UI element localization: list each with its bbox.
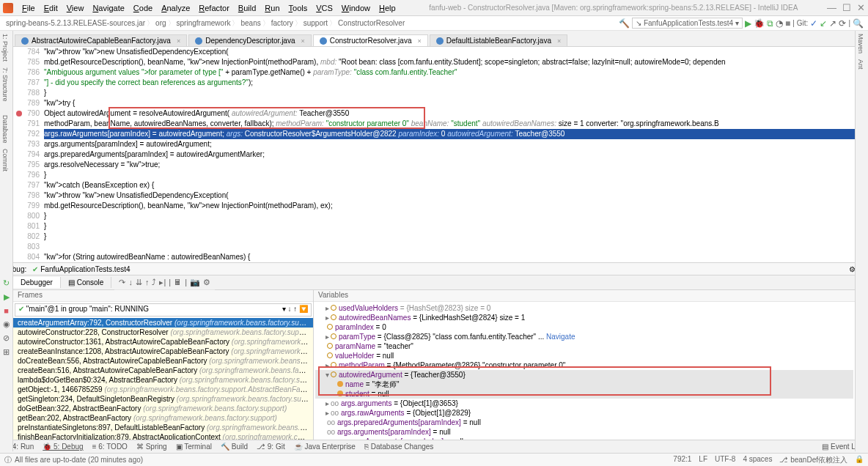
- close-icon[interactable]: ✕: [857, 2, 865, 13]
- menu-edit[interactable]: Edit: [40, 4, 62, 12]
- thread-selector[interactable]: ✔ "main"@1 in group "main": RUNNING ▾ ↓ …: [15, 303, 312, 317]
- tool-tab-java-enterprise[interactable]: ☕ Java Enterprise: [294, 443, 356, 451]
- git-history-icon[interactable]: ⟳: [839, 18, 846, 29]
- variable-row[interactable]: paramIndex = 0: [315, 322, 853, 332]
- tool-tab-git[interactable]: ⎇ 9: Git: [257, 443, 285, 451]
- database-tool[interactable]: Database: [0, 112, 10, 147]
- variable-row[interactable]: ▸usedValueHolders = {HashSet@2823} size …: [315, 303, 853, 313]
- close-tab-icon[interactable]: ×: [177, 37, 180, 45]
- close-tab-icon[interactable]: ×: [301, 37, 304, 45]
- minimize-icon[interactable]: —: [827, 2, 836, 13]
- variable-row[interactable]: valueHolder = null: [315, 351, 853, 360]
- variable-row[interactable]: student = null: [315, 389, 853, 399]
- menu-vcs[interactable]: VCS: [312, 4, 337, 12]
- stack-frame[interactable]: preInstantiateSingletons:897, DefaultLis…: [13, 423, 313, 432]
- variable-row[interactable]: oo args.arguments[paramIndex] = null: [315, 427, 853, 437]
- menu-window[interactable]: Window: [337, 4, 375, 12]
- step-out-icon[interactable]: ↑: [145, 278, 150, 286]
- thread-dump-icon[interactable]: 📷: [190, 278, 200, 287]
- layout-icon[interactable]: ⊞: [3, 347, 10, 357]
- console-tab[interactable]: ▤ Console: [61, 277, 111, 288]
- evaluate-icon[interactable]: 🖩: [174, 278, 182, 286]
- debug-icon[interactable]: 🐞: [754, 18, 765, 29]
- crumb[interactable]: org: [155, 19, 166, 27]
- maven-tool[interactable]: Maven: [856, 31, 866, 56]
- menu-help[interactable]: Help: [375, 4, 400, 12]
- search-icon[interactable]: 🔍: [853, 18, 864, 29]
- project-tool[interactable]: 1: Project: [0, 31, 10, 64]
- editor-tab[interactable]: AbstractAutowireCapableBeanFactory.java×: [15, 34, 187, 46]
- crumb[interactable]: spring-beans-5.2.13.RELEASE-sources.jar: [6, 19, 145, 27]
- run-icon[interactable]: ▶: [745, 18, 751, 29]
- stack-frame[interactable]: createBean:516, AbstractAutowireCapableB…: [13, 366, 313, 375]
- editor-tab[interactable]: DependencyDescriptor.java×: [188, 34, 312, 46]
- git-push-icon[interactable]: ↗: [829, 18, 836, 29]
- caret-position[interactable]: 792:1: [673, 455, 691, 465]
- variable-row[interactable]: ▸methodParam = {MethodParameter@2826} "c…: [315, 360, 853, 370]
- line-separator[interactable]: LF: [699, 455, 707, 465]
- rerun-icon[interactable]: ↻: [3, 278, 10, 288]
- close-tab-icon[interactable]: ×: [557, 37, 561, 45]
- ant-tool[interactable]: Ant: [856, 56, 866, 73]
- lock-icon[interactable]: 🔒: [855, 455, 864, 465]
- crumb[interactable]: factory: [271, 19, 293, 27]
- debugger-tab[interactable]: Debugger: [13, 277, 61, 288]
- variable-row[interactable]: ▾autowiredArgument = {Teacher@3550}: [315, 370, 853, 380]
- variable-row[interactable]: ▸paramType = {Class@2825} "class com.fan…: [315, 332, 853, 341]
- menu-tools[interactable]: Tools: [284, 4, 312, 12]
- crumb[interactable]: ConstructorResolver: [338, 19, 405, 27]
- coverage-icon[interactable]: ⧉: [767, 18, 773, 29]
- menu-analyze[interactable]: Analyze: [157, 4, 194, 12]
- stack-frame[interactable]: getObject:-1, 1466785259 (org.springfram…: [13, 385, 313, 394]
- run-config-selector[interactable]: ↘ FanfuApplicationTests.test4 ▾: [632, 18, 743, 29]
- step-into-icon[interactable]: ↓: [128, 278, 133, 286]
- variable-row[interactable]: paramName = "teacher": [315, 341, 853, 351]
- close-tab-icon[interactable]: ×: [417, 37, 421, 45]
- stack-frame[interactable]: createBeanInstance:1208, AbstractAutowir…: [13, 347, 313, 356]
- stack-frame[interactable]: createArgumentArray:792, ConstructorReso…: [13, 318, 313, 328]
- stack-frame[interactable]: lambda$doGetBean$0:324, AbstractBeanFact…: [13, 375, 313, 385]
- stack-frame[interactable]: getSingleton:234, DefaultSingletonBeanRe…: [13, 394, 313, 404]
- variable-row[interactable]: ▸oo args.arguments = {Object[1]@3653}: [315, 399, 853, 408]
- menu-code[interactable]: Code: [129, 4, 157, 12]
- force-step-icon[interactable]: ⇊: [136, 278, 142, 287]
- view-breakpoints-icon[interactable]: ◉: [3, 319, 10, 329]
- stack-frame[interactable]: doGetBean:322, AbstractBeanFactory (org.…: [13, 404, 313, 413]
- crumb[interactable]: beans: [240, 19, 260, 27]
- commit-tool[interactable]: Commit: [0, 146, 10, 174]
- mute-breakpoints-icon[interactable]: ⊘: [3, 333, 10, 343]
- tool-tab-build[interactable]: 🔨 Build: [221, 443, 248, 451]
- structure-tool[interactable]: 7: Structure: [0, 64, 10, 105]
- crumb[interactable]: support: [304, 19, 328, 27]
- menu-build[interactable]: Build: [234, 4, 260, 12]
- maximize-icon[interactable]: ☐: [842, 2, 851, 13]
- crumb[interactable]: springframework: [177, 19, 231, 27]
- tool-tab-todo[interactable]: ≡ 6: TODO: [92, 443, 128, 451]
- step-over-icon[interactable]: ↷: [119, 278, 125, 287]
- menu-view[interactable]: View: [62, 4, 89, 12]
- stop-debug-icon[interactable]: ■: [4, 306, 9, 315]
- tool-tab-database-changes[interactable]: ⎘ Database Changes: [364, 443, 433, 451]
- settings-icon[interactable]: ⚙: [203, 278, 210, 287]
- variable-row[interactable]: ▸oo args.rawArguments = {Object[1]@2829}: [315, 408, 853, 418]
- indent-info[interactable]: 4 spaces: [743, 455, 772, 465]
- file-encoding[interactable]: UTF-8: [715, 455, 735, 465]
- tool-tab-spring[interactable]: ⌘ Spring: [136, 443, 167, 451]
- menu-file[interactable]: File: [18, 4, 40, 12]
- menu-run[interactable]: Run: [260, 4, 284, 12]
- resume-icon[interactable]: ▶: [4, 292, 10, 302]
- git-update-icon[interactable]: ✓: [810, 18, 817, 29]
- variable-row[interactable]: ▸autowiredBeanNames = {LinkedHashSet@282…: [315, 313, 853, 322]
- variable-row[interactable]: oo args.preparedArguments[paramIndex] = …: [315, 418, 853, 427]
- editor-tab[interactable]: ConstructorResolver.java×: [313, 34, 428, 46]
- tool-tab-debug[interactable]: 🐞 5: Debug: [43, 443, 83, 451]
- profile-icon[interactable]: ◔: [776, 18, 783, 29]
- menu-refactor[interactable]: Refactor: [194, 4, 234, 12]
- code-editor[interactable]: 7847857867877887897907917927937947957967…: [13, 47, 855, 262]
- variable-row[interactable]: name = "李老师": [315, 380, 853, 389]
- stack-frame[interactable]: autowireConstructor:228, ConstructorReso…: [13, 328, 313, 337]
- git-commit-icon[interactable]: ↙: [820, 18, 827, 29]
- stop-icon[interactable]: ■: [785, 18, 790, 29]
- run-to-cursor-icon[interactable]: ▸|: [159, 278, 166, 287]
- editor-tab[interactable]: DefaultListableBeanFactory.java×: [430, 34, 568, 46]
